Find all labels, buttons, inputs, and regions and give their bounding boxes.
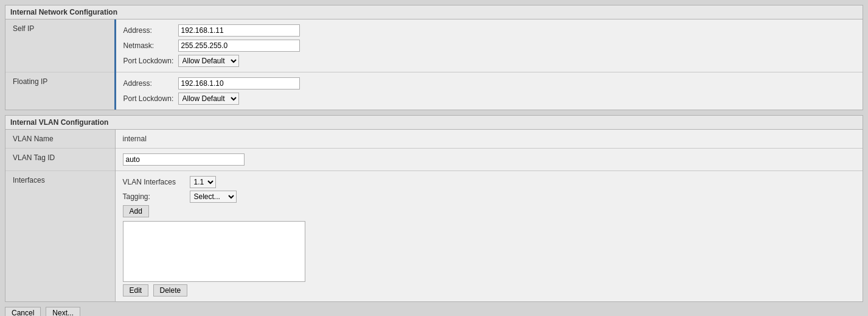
vlan-name-label: VLAN Name bbox=[5, 130, 115, 149]
floating-ip-address-input[interactable] bbox=[178, 77, 300, 90]
vlan-tag-value-cell bbox=[115, 149, 863, 171]
self-ip-address-input[interactable] bbox=[178, 24, 300, 37]
netmask-input[interactable] bbox=[178, 40, 300, 52]
self-ip-row: Self IP Address: Netmask: Port Lockdown:… bbox=[5, 19, 863, 72]
floating-address-label: Address: bbox=[123, 79, 178, 88]
cancel-button[interactable]: Cancel bbox=[5, 307, 41, 316]
interfaces-label: Interfaces bbox=[5, 171, 115, 302]
self-ip-port-lockdown-select[interactable]: Allow Default Allow All Allow None Allow… bbox=[178, 55, 239, 67]
vlan-interfaces-label: VLAN Interfaces bbox=[123, 178, 190, 186]
vlan-name-row: VLAN Name internal bbox=[5, 130, 863, 149]
address-label: Address: bbox=[123, 26, 178, 35]
vlan-tag-row: VLAN Tag ID bbox=[5, 149, 863, 171]
tagging-select[interactable]: Select... tagged untagged bbox=[190, 191, 237, 203]
self-ip-values: Address: Netmask: Port Lockdown: Allow D… bbox=[115, 19, 863, 72]
floating-ip-values: Address: Port Lockdown: Allow Default Al… bbox=[115, 72, 863, 110]
self-ip-port-lockdown-row: Port Lockdown: Allow Default Allow All A… bbox=[123, 55, 856, 67]
tagging-control-row: Tagging: Select... tagged untagged bbox=[123, 191, 856, 203]
delete-button[interactable]: Delete bbox=[153, 284, 188, 297]
vlan-table: VLAN Name internal VLAN Tag ID Interface… bbox=[5, 130, 863, 301]
address-row: Address: bbox=[123, 24, 856, 37]
footer-buttons: Cancel Next... bbox=[5, 307, 863, 316]
floating-address-row: Address: bbox=[123, 77, 856, 90]
interfaces-value-cell: VLAN Interfaces 1.1 1.2 1.3 Tagging: Sel… bbox=[115, 171, 863, 302]
vlan-interfaces-control-row: VLAN Interfaces 1.1 1.2 1.3 bbox=[123, 176, 856, 188]
vlan-tag-input[interactable] bbox=[123, 153, 245, 166]
internal-vlan-section: Internal VLAN Configuration VLAN Name in… bbox=[5, 115, 863, 302]
internal-network-title: Internal Network Configuration bbox=[5, 5, 863, 19]
add-button[interactable]: Add bbox=[123, 205, 149, 217]
edit-delete-row: Edit Delete bbox=[123, 284, 856, 297]
netmask-row: Netmask: bbox=[123, 40, 856, 52]
vlan-tag-label: VLAN Tag ID bbox=[5, 149, 115, 171]
floating-port-lockdown-label: Port Lockdown: bbox=[123, 94, 178, 103]
self-ip-port-lockdown-label: Port Lockdown: bbox=[123, 57, 178, 65]
self-ip-label: Self IP bbox=[5, 19, 115, 72]
add-button-row: Add bbox=[123, 205, 856, 217]
floating-ip-row: Floating IP Address: Port Lockdown: Allo… bbox=[5, 72, 863, 110]
vlan-name-value: internal bbox=[115, 130, 863, 149]
interfaces-row: Interfaces VLAN Interfaces 1.1 1.2 1.3 T… bbox=[5, 171, 863, 302]
edit-button[interactable]: Edit bbox=[123, 284, 149, 297]
next-button[interactable]: Next... bbox=[46, 307, 80, 316]
tagging-label: Tagging: bbox=[123, 192, 190, 201]
floating-ip-label: Floating IP bbox=[5, 72, 115, 110]
internal-network-table: Self IP Address: Netmask: Port Lockdown:… bbox=[5, 19, 863, 110]
interfaces-list[interactable] bbox=[123, 221, 305, 282]
internal-vlan-title: Internal VLAN Configuration bbox=[5, 116, 863, 130]
vlan-interfaces-select[interactable]: 1.1 1.2 1.3 bbox=[190, 176, 216, 188]
internal-network-section: Internal Network Configuration Self IP A… bbox=[5, 5, 863, 110]
floating-ip-port-lockdown-select[interactable]: Allow Default Allow All Allow None Allow… bbox=[178, 93, 239, 105]
floating-port-lockdown-row: Port Lockdown: Allow Default Allow All A… bbox=[123, 93, 856, 105]
netmask-label: Netmask: bbox=[123, 41, 178, 50]
